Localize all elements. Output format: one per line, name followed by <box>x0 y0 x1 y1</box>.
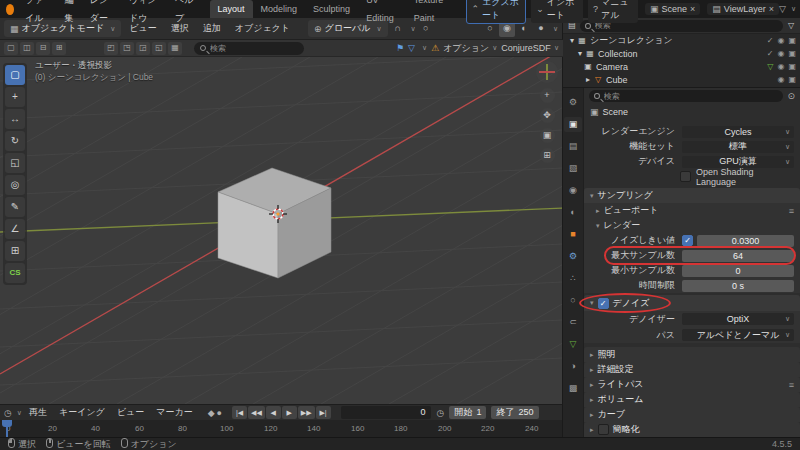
tool-option-icon-1[interactable]: ◰ <box>104 42 118 55</box>
tab-object-data[interactable]: ▽ <box>564 337 582 352</box>
chevron-down-icon[interactable]: ▾ <box>575 49 585 58</box>
tool-cursor[interactable]: + <box>5 87 25 107</box>
render-visibility-icon[interactable]: ▣ <box>788 62 796 71</box>
pin-icon[interactable]: ⊙ <box>787 91 795 101</box>
tool-conjuresdf[interactable]: CS <box>5 263 25 283</box>
select-mode-subtract-icon[interactable]: ⊟ <box>36 42 50 55</box>
viewport-3d[interactable]: ユーザー・透視投影 (0) シーンコレクション | Cube ▢ + ↔ ↻ ◱… <box>0 57 563 404</box>
outliner-row-cube[interactable]: ▸ ▽ Cube ◉ ▣ <box>563 73 800 86</box>
tab-particles[interactable]: ∴ <box>564 271 582 286</box>
playback-popover-icon[interactable]: ◷ <box>4 408 12 418</box>
playhead-handle[interactable] <box>2 420 12 427</box>
workspace-tab-layout[interactable]: Layout <box>210 0 253 18</box>
close-icon[interactable]: × <box>690 4 695 14</box>
presets-icon[interactable]: ≡ <box>789 206 794 216</box>
section-curves[interactable]: ▸ カーブ <box>584 407 800 422</box>
menu-render[interactable]: レンダー <box>84 0 123 27</box>
hide-eye-icon[interactable]: ◉ <box>777 49 784 58</box>
select-mode-intersect-icon[interactable]: ⊞ <box>52 42 66 55</box>
shading-dropdown-chevron[interactable]: ∨ <box>553 25 558 33</box>
tool-rotate[interactable]: ↻ <box>5 131 25 151</box>
zoom-icon[interactable]: + <box>540 88 555 103</box>
sampling-section-header[interactable]: ▾ サンプリング <box>584 188 800 203</box>
tool-scale[interactable]: ◱ <box>5 153 25 173</box>
section-advanced[interactable]: ▸ 詳細設定 <box>584 362 800 377</box>
tool-option-icon-5[interactable]: ▦ <box>168 42 182 55</box>
menu-marker[interactable]: マーカー <box>151 406 197 419</box>
export-button[interactable]: ⌃ エクスポート <box>466 0 527 24</box>
current-frame-field[interactable]: 0 <box>341 406 431 419</box>
axis-gizmo[interactable] <box>536 61 558 83</box>
tool-move[interactable]: ↔ <box>5 109 25 129</box>
outliner-row-scene-collection[interactable]: ▾ ▦ シーンコレクション ✓ ◉ ▣ <box>563 34 800 47</box>
select-mode-extend-icon[interactable]: ◫ <box>20 42 34 55</box>
filter-funnel-icon[interactable]: ▽ <box>786 21 796 30</box>
tab-scene[interactable]: ◉ <box>564 183 582 198</box>
tool-transform[interactable]: ◎ <box>5 175 25 195</box>
jump-prev-keyframe-button[interactable]: ◀◀ <box>248 406 265 419</box>
import-button[interactable]: ⌄ インポート <box>531 0 583 23</box>
section-lights[interactable]: ▸ 照明 <box>584 347 800 362</box>
tab-constraints[interactable]: ⊂ <box>564 315 582 330</box>
noise-threshold-checkbox[interactable]: ✓ <box>682 235 693 246</box>
close-icon[interactable]: × <box>769 4 774 14</box>
tab-view-layer[interactable]: ▧ <box>564 161 582 176</box>
expand-icon[interactable]: ▸ <box>583 75 593 84</box>
menu-playback[interactable]: 再生 <box>24 406 52 419</box>
bookmark-flag-icon[interactable]: ⚑ <box>396 43 404 53</box>
render-visibility-icon[interactable]: ▣ <box>788 36 796 45</box>
camera-view-icon[interactable]: ▣ <box>540 128 555 143</box>
noise-threshold-field[interactable]: 0.0300 <box>697 235 794 247</box>
perspective-toggle-icon[interactable]: ⊞ <box>540 148 555 163</box>
tab-object[interactable]: ■ <box>564 227 582 242</box>
properties-search-input[interactable] <box>604 92 779 101</box>
hide-eye-icon[interactable]: ◉ <box>777 75 784 84</box>
presets-icon[interactable]: ≡ <box>789 380 794 390</box>
tab-material[interactable]: ◑ <box>564 359 582 374</box>
outliner-row-camera[interactable]: ▣ Camera ▽ ◉ ▣ <box>563 60 800 73</box>
properties-search-box[interactable] <box>589 90 783 102</box>
keying-set-icon[interactable]: ◆ <box>208 408 215 418</box>
tool-add-cube[interactable]: ⊞ <box>5 241 25 261</box>
play-reverse-button[interactable]: ◀ <box>266 406 281 419</box>
workspace-tab-sculpting[interactable]: Sculpting <box>305 0 358 18</box>
min-samples-field[interactable]: 0 <box>682 265 794 277</box>
osl-checkbox[interactable] <box>680 171 691 182</box>
feature-set-dropdown[interactable]: 標準 ∨ <box>682 141 794 153</box>
denoiser-dropdown[interactable]: OptiX ∨ <box>682 313 794 325</box>
scene-selector[interactable]: ▣ Scene × <box>645 3 700 15</box>
tool-search-box[interactable] <box>194 42 304 55</box>
options-dropdown[interactable]: オプション ∨ <box>443 42 497 55</box>
simplify-checkbox[interactable] <box>598 424 609 435</box>
chevron-down-icon[interactable]: ▾ <box>567 36 577 45</box>
denoise-section-header[interactable]: ▾ ✓ デノイズ <box>584 295 800 311</box>
render-visibility-icon[interactable]: ▣ <box>788 75 796 84</box>
workspace-tab-modeling[interactable]: Modeling <box>253 0 306 18</box>
render-visibility-icon[interactable]: ▣ <box>788 49 796 58</box>
tab-physics[interactable]: ○ <box>564 293 582 308</box>
exclude-checkbox-icon[interactable]: ✓ <box>767 36 774 45</box>
jump-to-end-button[interactable]: ▶| <box>316 406 331 419</box>
menu-file[interactable]: ファイル <box>19 0 58 27</box>
section-simplify[interactable]: ▸ 簡略化 <box>584 422 800 437</box>
section-volumes[interactable]: ▸ ボリューム <box>584 392 800 407</box>
passes-dropdown[interactable]: アルベドとノーマル ∨ <box>682 329 794 341</box>
tab-world[interactable]: ◐ <box>564 205 582 220</box>
manual-button[interactable]: ? マニュアル <box>588 0 638 23</box>
view-layer-selector[interactable]: ▤ ViewLayer × <box>707 3 779 15</box>
workspace-tab-uv-editing[interactable]: UV Editing <box>358 0 406 27</box>
pan-icon[interactable]: ✥ <box>540 108 555 123</box>
sampling-render-subsection[interactable]: ▾ レンダー <box>584 218 800 233</box>
render-engine-dropdown[interactable]: Cycles ∨ <box>682 126 794 138</box>
menu-view[interactable]: ビュー <box>112 406 149 419</box>
clock-icon[interactable]: ◷ <box>437 408 445 418</box>
time-limit-field[interactable]: 0 s <box>682 280 794 292</box>
play-button[interactable]: ▶ <box>282 406 297 419</box>
tab-texture[interactable]: ▩ <box>564 381 582 396</box>
menu-edit[interactable]: 編集 <box>58 0 83 27</box>
menu-object[interactable]: オブジェクト <box>229 20 296 37</box>
view-layer-filter[interactable]: ▽ ∨ <box>779 4 796 14</box>
exclude-checkbox-icon[interactable]: ✓ <box>767 49 774 58</box>
blender-logo-icon[interactable] <box>6 4 14 15</box>
select-mode-new-icon[interactable]: ▢ <box>4 42 18 55</box>
